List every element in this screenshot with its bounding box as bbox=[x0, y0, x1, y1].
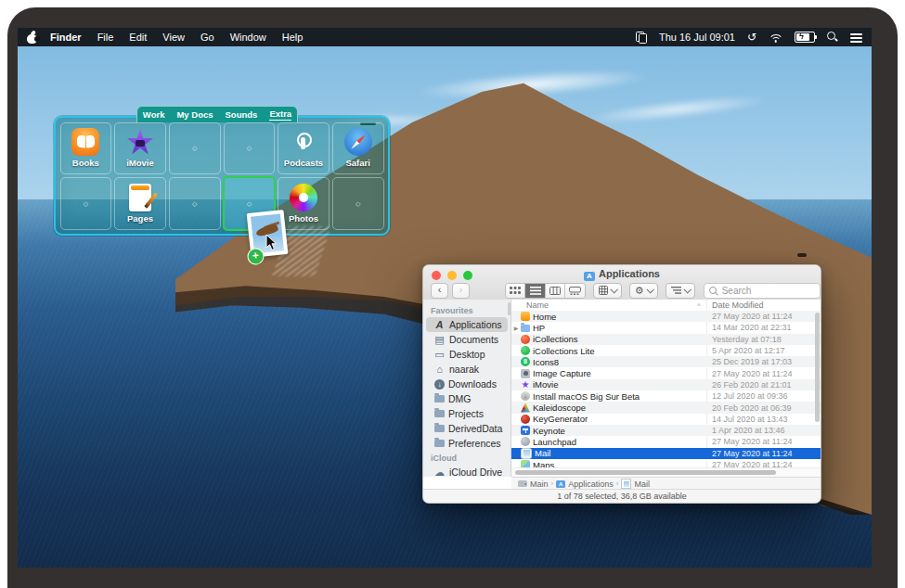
search-input[interactable]: Search bbox=[704, 283, 821, 299]
widget-tab-my-docs[interactable]: My Docs bbox=[176, 109, 213, 121]
file-name: Keynote bbox=[533, 426, 565, 436]
file-name: KeyGenerator bbox=[533, 414, 588, 424]
sidebar-section-favourites: Favourites bbox=[423, 303, 511, 317]
file-name: iCollections bbox=[533, 334, 578, 344]
applications-folder-icon: A bbox=[584, 272, 595, 281]
file-row-keygenerator[interactable]: KeyGenerator14 Jul 2020 at 13:43 bbox=[511, 414, 821, 425]
horizontal-scrollbar[interactable] bbox=[515, 470, 776, 475]
sidebar-item-deriveddata[interactable]: DerivedData bbox=[426, 421, 508, 436]
sidebar-item-desktop[interactable]: ▭Desktop bbox=[426, 347, 508, 362]
downloads-icon: ↓ bbox=[434, 379, 445, 390]
menu-finder[interactable]: Finder bbox=[50, 32, 82, 43]
file-row-launchpad[interactable]: Launchpad27 May 2020 at 11:24 bbox=[511, 436, 821, 447]
sidebar-item-applications[interactable]: AApplications bbox=[426, 317, 508, 332]
widget-cell-empty[interactable]: ◇ bbox=[60, 177, 112, 230]
widget-cell-empty[interactable]: ◇ bbox=[169, 177, 221, 230]
path-bar: Main›AApplications›Mail bbox=[511, 477, 821, 490]
widget-tab-work[interactable]: Work bbox=[143, 109, 165, 121]
file-row-mail[interactable]: Mail27 May 2020 at 11:24 bbox=[511, 448, 821, 459]
cell-anchor-icon: ◇ bbox=[247, 200, 252, 207]
path-item-main[interactable]: Main bbox=[530, 479, 549, 489]
apple-menu-icon[interactable] bbox=[27, 32, 37, 44]
file-name: Kaleidoscope bbox=[533, 403, 586, 413]
menu-go[interactable]: Go bbox=[200, 32, 214, 43]
sidebar-item-icloud-drive[interactable]: ☁iCloud Drive bbox=[426, 465, 508, 477]
file-row-icollections[interactable]: iCollectionsYesterday at 07:18 bbox=[511, 334, 821, 345]
file-date-modified: 1 Apr 2020 at 13:46 bbox=[712, 426, 785, 435]
finder-titlebar[interactable]: AApplications ‹ › bbox=[423, 265, 821, 300]
sidebar-item-downloads[interactable]: ↓Downloads bbox=[426, 377, 508, 391]
widget-cell-pages[interactable]: Pages bbox=[114, 177, 166, 230]
chevron-down-icon bbox=[610, 286, 617, 293]
spotlight-icon[interactable] bbox=[827, 32, 838, 43]
file-row-hp[interactable]: ▶HP14 Mar 2020 at 22:31 bbox=[511, 322, 821, 333]
widget-cell-books[interactable]: Books bbox=[60, 122, 112, 175]
file-row-imovie[interactable]: ★iMovie26 Feb 2020 at 21:01 bbox=[511, 379, 821, 390]
file-row-home[interactable]: Home27 May 2020 at 11:24 bbox=[511, 311, 821, 322]
action-gear-button[interactable]: ⚙ bbox=[629, 283, 658, 299]
path-separator: › bbox=[551, 479, 554, 488]
file-row-icollections-lite[interactable]: iCollections Lite5 Apr 2020 at 12:17 bbox=[511, 345, 821, 356]
sidebar-item-preferences[interactable]: Preferences bbox=[426, 436, 508, 451]
file-name: HP bbox=[533, 323, 545, 333]
time-machine-icon[interactable]: ↺ bbox=[747, 32, 756, 43]
menu-view[interactable]: View bbox=[162, 32, 185, 43]
sidebar-item-naarak[interactable]: ⌂naarak bbox=[426, 362, 508, 377]
file-row-kaleidoscope[interactable]: Kaleidoscope20 Feb 2020 at 06:39 bbox=[511, 402, 821, 413]
list-view-button[interactable] bbox=[525, 284, 545, 298]
menu-window[interactable]: Window bbox=[230, 32, 266, 43]
file-row-install-macos-big-sur-beta[interactable]: ↓Install macOS Big Sur Beta12 Jul 2020 a… bbox=[511, 390, 821, 402]
sidebar-item-dmg[interactable]: DMG bbox=[426, 391, 508, 406]
back-button[interactable]: ‹ bbox=[431, 283, 448, 299]
drag-ghost-mail[interactable]: + bbox=[249, 211, 286, 256]
file-row-keynote[interactable]: Keynote1 Apr 2020 at 13:46 bbox=[511, 425, 821, 436]
folder-file-icon bbox=[521, 325, 530, 332]
sidebar-item-documents[interactable]: ▤Documents bbox=[426, 332, 508, 347]
file-date-modified: 12 Jul 2020 at 09:36 bbox=[712, 391, 788, 401]
notification-center-icon[interactable] bbox=[850, 32, 862, 42]
launchpad-file-icon bbox=[521, 437, 530, 446]
sidebar-item-projects[interactable]: Projects bbox=[426, 406, 508, 421]
column-view-button[interactable] bbox=[546, 284, 565, 298]
books-icon bbox=[71, 128, 99, 156]
wifi-icon[interactable] bbox=[769, 32, 782, 43]
widget-cell-empty[interactable]: ◇ bbox=[224, 122, 276, 175]
keynote-file-icon bbox=[521, 426, 530, 435]
widget-cell-safari[interactable]: Safari bbox=[332, 122, 384, 175]
widget-tab-sounds[interactable]: Sounds bbox=[226, 109, 258, 121]
widget-cell-empty[interactable]: ◇ bbox=[169, 122, 221, 175]
menu-edit[interactable]: Edit bbox=[129, 32, 147, 43]
widget-cell-empty[interactable]: ◇ bbox=[332, 177, 384, 230]
menu-file[interactable]: File bbox=[97, 32, 114, 43]
arrange-button[interactable] bbox=[666, 283, 695, 299]
sidebar-scrollbar[interactable] bbox=[508, 302, 511, 315]
path-item-mail[interactable]: Mail bbox=[634, 479, 650, 489]
sidebar-section-icloud: iCloud bbox=[423, 451, 511, 465]
column-date-modified[interactable]: Date Modified bbox=[712, 300, 764, 310]
disclosure-triangle-icon[interactable]: ▶ bbox=[511, 325, 521, 331]
battery-charging-icon[interactable]: ϟ bbox=[795, 32, 815, 43]
folder-icon bbox=[434, 395, 445, 403]
icollections-copy-icon[interactable] bbox=[636, 32, 647, 43]
menu-help[interactable]: Help bbox=[282, 32, 304, 43]
widget-cell-imovie[interactable]: iMovie bbox=[114, 122, 166, 175]
forward-button[interactable]: › bbox=[452, 283, 470, 299]
sidebar-item-label: Applications bbox=[449, 319, 502, 330]
cell-anchor-icon: ◇ bbox=[247, 145, 252, 151]
path-item-applications[interactable]: Applications bbox=[568, 479, 614, 489]
sort-indicator-icon: ^ bbox=[697, 301, 701, 310]
widget-cell-podcasts[interactable]: Podcasts bbox=[278, 122, 330, 175]
mouse-cursor-icon bbox=[265, 234, 278, 252]
icon-view-button[interactable] bbox=[506, 284, 525, 298]
file-name: Launchpad bbox=[533, 437, 576, 447]
wallpaper-islet-rock bbox=[797, 253, 807, 257]
group-by-button[interactable] bbox=[593, 283, 622, 299]
file-row-icons8[interactable]: 8Icons825 Dec 2019 at 17:03 bbox=[511, 356, 821, 367]
file-row-image-capture[interactable]: Image Capture27 May 2020 at 11:24 bbox=[511, 367, 821, 378]
vertical-scrollbar[interactable] bbox=[815, 313, 820, 422]
menu-bar-clock[interactable]: Thu 16 Jul 09:01 bbox=[659, 32, 735, 43]
widget-tab-extra[interactable]: Extra bbox=[269, 109, 291, 121]
gallery-view-button[interactable] bbox=[565, 284, 584, 298]
pages-icon bbox=[129, 184, 151, 211]
column-name[interactable]: Name bbox=[526, 300, 549, 310]
